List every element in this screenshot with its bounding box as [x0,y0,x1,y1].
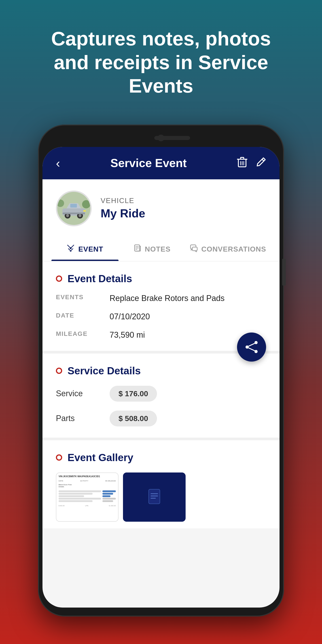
share-fab-button[interactable] [237,332,266,362]
mileage-value: 73,590 mi [110,330,145,340]
parts-cost-row: Parts $ 508.00 [56,410,266,426]
parts-cost-label: Parts [56,414,100,423]
gallery-thumbnails: VIN:JKXCBM5TK WAUPADEA1A3C3D1 DATEACTIVI… [56,472,266,522]
notes-tab-label: NOTES [145,245,170,253]
svg-rect-9 [70,204,77,208]
section-dot-event [56,276,62,282]
gallery-title: Event Gallery [68,452,133,464]
hero-text-block: Captures notes, photos and receipts in S… [0,0,322,98]
vehicle-section: VEHICLE My Ride [42,179,280,238]
service-details-section: Service Details Service $ 176.00 Parts $… [42,354,280,440]
share-icon [245,340,258,354]
service-details-title: Service Details [68,365,141,377]
phone-notch [42,129,280,147]
svg-line-6 [262,159,264,161]
svg-rect-2 [240,158,244,159]
date-value: 07/10/2020 [110,312,150,321]
mileage-row: MILEAGE 73,590 mi [56,330,266,340]
service-cost-badge: $ 176.00 [110,386,157,402]
tab-bar: EVENT NOTES [42,238,280,262]
tab-notes[interactable]: NOTES [118,238,186,261]
vehicle-label: VEHICLE [100,196,145,205]
event-tab-icon [67,244,75,254]
app-header: ‹ Service Event [42,147,280,179]
vehicle-avatar [56,190,92,226]
screen-title: Service Event [110,156,187,170]
vehicle-image [57,192,90,225]
conversations-tab-icon [190,244,198,254]
svg-point-13 [78,214,82,217]
section-dot-gallery [56,454,62,461]
date-label: DATE [56,312,110,319]
svg-point-18 [70,247,72,249]
event-gallery-section: Event Gallery VIN:JKXCBM5TK WAUPADEA1A3C… [42,440,280,528]
mileage-label: MILEAGE [56,330,110,338]
speaker-slot [154,136,190,140]
date-row: DATE 07/10/2020 [56,312,266,321]
phone-frame: ‹ Service Event [38,124,284,616]
service-cost-label: Service [56,389,100,398]
phone-mockup: ‹ Service Event [38,124,284,616]
section-dot-service [56,368,62,374]
svg-line-29 [249,348,254,350]
event-tab-label: EVENT [78,245,103,253]
edit-button[interactable] [256,157,266,169]
vehicle-name: My Ride [100,206,145,220]
tab-conversations[interactable]: CONVERSATIONS [186,238,270,261]
events-label: Events [56,294,110,301]
svg-point-27 [254,350,258,353]
gallery-header: Event Gallery [56,452,266,464]
service-details-header: Service Details [56,365,266,377]
conversations-tab-label: CONVERSATIONS [201,245,266,253]
svg-rect-14 [84,210,86,212]
header-actions [237,156,266,170]
service-cost-row: Service $ 176.00 [56,386,266,402]
document-icon [145,488,163,506]
events-row: Events Replace Brake Rotors and Pads [56,294,266,303]
svg-rect-24 [192,247,197,251]
tab-event[interactable]: EVENT [52,238,118,261]
svg-point-25 [246,346,249,348]
events-value: Replace Brake Rotors and Pads [110,294,224,303]
hero-headline: Captures notes, photos and receipts in S… [0,27,322,98]
gallery-thumb-blue[interactable] [123,472,186,522]
event-details-header: Event Details [56,272,266,285]
phone-screen: ‹ Service Event [42,147,280,608]
notes-tab-icon [134,244,141,254]
back-button[interactable]: ‹ [56,156,60,170]
side-button [282,259,286,286]
vehicle-info: VEHICLE My Ride [100,196,145,220]
content-area: Event Details Events Replace Brake Rotor… [42,262,280,528]
svg-point-11 [66,214,69,217]
event-details-title: Event Details [68,272,132,285]
svg-rect-30 [149,489,160,504]
gallery-thumb-receipt[interactable]: VIN:JKXCBM5TK WAUPADEA1A3C3D1 DATEACTIVI… [56,472,118,522]
svg-rect-15 [62,212,85,214]
svg-point-16 [82,200,90,208]
delete-button[interactable] [237,156,247,170]
svg-line-28 [249,344,254,346]
svg-point-26 [254,341,258,344]
parts-cost-badge: $ 508.00 [110,410,157,426]
